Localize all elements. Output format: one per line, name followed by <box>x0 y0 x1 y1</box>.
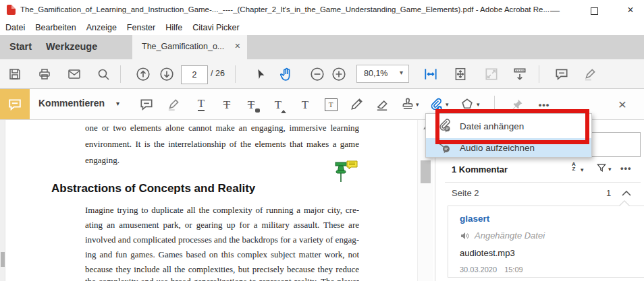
chevron-down-icon[interactable]: ▾ <box>446 101 449 108</box>
close-window-button[interactable]: × <box>616 0 644 20</box>
chevron-down-icon[interactable]: ▾ <box>416 101 419 108</box>
highlighter-icon <box>583 67 597 82</box>
chevron-up-icon <box>622 191 631 196</box>
left-panel-strip[interactable] <box>0 120 5 281</box>
chevron-down-icon[interactable]: ▾ <box>477 101 480 108</box>
comment-time: 15:09 <box>504 266 523 274</box>
highlighter-button[interactable] <box>164 95 183 114</box>
zoom-level-select[interactable]: 80,1% ▾ <box>356 65 409 83</box>
comment-type-row: Angehängte Datei <box>460 230 545 241</box>
pencil-icon <box>349 97 364 112</box>
menu-fenster[interactable]: Fenster <box>127 23 161 32</box>
fit-page-button[interactable] <box>451 65 470 84</box>
tab-close-icon[interactable]: × <box>235 40 240 51</box>
sticky-note-button[interactable] <box>137 95 156 114</box>
document-text-line: ing and fun games. Games based on this c… <box>85 249 359 261</box>
menu-anzeige[interactable]: Anzeige <box>86 23 123 32</box>
title-bar: The_Gamification_of_Learning_and_Instruc… <box>0 0 644 20</box>
document-text-line: because they include all the complexitie… <box>85 264 359 276</box>
select-tool-button[interactable] <box>251 65 270 84</box>
comment-panel-toggle[interactable] <box>0 89 30 119</box>
document-text-line: the complexity and use broad generalizat… <box>85 276 359 281</box>
save-button[interactable] <box>5 65 24 84</box>
collapse-section-button[interactable] <box>622 191 631 196</box>
fit-width-button[interactable] <box>421 65 440 84</box>
underline-text-button[interactable]: T <box>192 95 211 114</box>
previous-page-button[interactable] <box>134 65 153 84</box>
insert-text-button[interactable]: T <box>269 95 288 114</box>
comments-header: 1 Kommentar <box>452 164 508 175</box>
next-page-button[interactable] <box>157 65 176 84</box>
stamp-button[interactable] <box>398 95 417 114</box>
panel-more-button[interactable]: ••• <box>620 163 632 173</box>
highlight-tool-button[interactable] <box>581 65 599 84</box>
scrollbar-thumb[interactable] <box>421 160 431 183</box>
minimize-button[interactable]: — <box>540 0 570 20</box>
menu-citavi-picker[interactable]: Citavi Picker <box>192 23 245 32</box>
card-notch <box>618 200 630 206</box>
page-count-label: / 26 <box>211 69 225 78</box>
draw-button[interactable] <box>347 95 366 114</box>
chevron-down-icon: ▾ <box>608 166 612 173</box>
email-button[interactable] <box>65 65 84 84</box>
page-number-input[interactable] <box>181 65 208 84</box>
eraser-button[interactable] <box>373 95 392 114</box>
window-title: The_Gamification_of_Learning_and_Instruc… <box>20 5 549 13</box>
strikethrough-text-button[interactable]: T <box>217 95 236 114</box>
replace-text-icon: T <box>248 99 254 111</box>
fullscreen-button[interactable] <box>482 65 501 84</box>
tab-start[interactable]: Start <box>9 41 32 52</box>
comment-tool-button[interactable] <box>552 65 571 84</box>
comment-panel-icon <box>7 96 23 113</box>
chevron-down-icon: ▾ <box>581 166 584 173</box>
comment-author[interactable]: glasert <box>460 214 489 224</box>
fit-width-icon <box>423 67 438 82</box>
hand-tool-button[interactable] <box>277 65 296 84</box>
menu-hilfe[interactable]: Hilfe <box>165 23 188 32</box>
document-text-line: engaging. <box>85 155 359 167</box>
add-text-button[interactable]: T <box>296 95 315 114</box>
filter-comments-button[interactable]: ▾ <box>596 162 615 176</box>
attached-file-name[interactable]: audiotest.mp3 <box>460 248 515 258</box>
sort-az-icon: A Z <box>570 162 577 171</box>
insert-text-icon: T <box>275 99 281 111</box>
replace-text-bubble <box>255 108 260 113</box>
zoom-out-icon <box>310 67 325 82</box>
left-panel-handle[interactable] <box>1 252 5 267</box>
reading-mode-button[interactable] <box>510 65 529 84</box>
sort-comments-button[interactable]: A Z ▾ <box>570 162 588 177</box>
close-comment-toolbar-button[interactable]: × <box>613 95 632 114</box>
comment-type-label: Angehängte Datei <box>475 230 545 241</box>
page-section-count: 1 <box>606 188 611 198</box>
note-annotation-icon[interactable] <box>346 160 358 170</box>
zoom-in-icon <box>331 67 346 82</box>
zoom-out-button[interactable] <box>308 65 327 84</box>
underline-text-icon: T <box>198 98 205 111</box>
text-box-button[interactable]: T <box>321 95 340 114</box>
document-heading: Abstractions of Concepts and Reality <box>51 182 255 195</box>
speaker-icon <box>460 231 470 241</box>
toolbar-separator <box>539 65 539 83</box>
tab-werkzeuge[interactable]: Werkzeuge <box>46 41 97 52</box>
email-icon <box>68 67 81 81</box>
zoom-in-button[interactable] <box>329 65 348 84</box>
toolbar-separator <box>120 65 121 83</box>
document-text-line: ating an amusement park, or gearing up f… <box>85 220 359 232</box>
comment-card[interactable]: glasert Angehängte Datei audiotest.mp3 3… <box>448 206 644 278</box>
replace-text-button[interactable]: T <box>242 95 261 114</box>
menu-bearbeiten[interactable]: Bearbeiten <box>35 23 82 32</box>
print-button[interactable] <box>35 65 54 84</box>
panel-divider <box>445 182 641 183</box>
menu-datei[interactable]: Datei <box>5 23 31 32</box>
toolbar-separator <box>235 65 236 83</box>
main-toolbar: / 26 80,1% ▾ <box>0 59 644 89</box>
kommentieren-label[interactable]: Kommentieren <box>38 98 105 108</box>
tab-document[interactable]: The_Gamification_o... × <box>132 35 247 59</box>
chevron-down-icon: ▾ <box>400 69 403 76</box>
stamp-icon <box>400 97 415 112</box>
maximize-button[interactable] <box>579 0 609 20</box>
acrobat-window: The_Gamification_of_Learning_and_Instruc… <box>0 0 644 281</box>
search-button[interactable] <box>94 65 113 84</box>
reading-mode-icon <box>512 67 527 82</box>
page-down-icon <box>159 67 174 82</box>
